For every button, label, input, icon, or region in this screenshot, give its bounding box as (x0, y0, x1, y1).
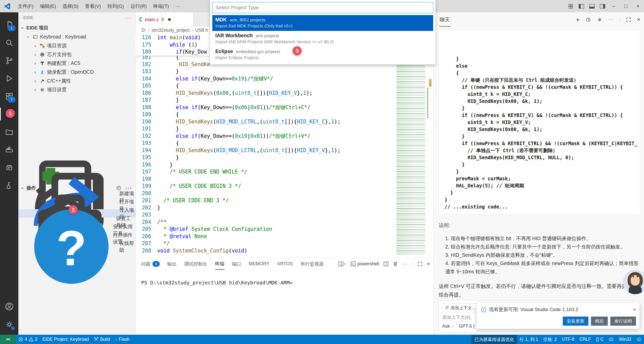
remote-indicator[interactable]: >< (0, 335, 16, 344)
activitybar-eide[interactable]: 1 (0, 105, 18, 123)
close-notification-icon[interactable]: × (633, 307, 636, 313)
tab-chat[interactable]: 聊天 (439, 13, 450, 27)
chat-history-icon[interactable] (586, 17, 591, 22)
minimap[interactable] (396, 34, 425, 255)
tab-memory[interactable]: MEMORY (249, 258, 270, 270)
section-eide-project[interactable]: › EIDE 项目 (18, 23, 136, 32)
tab-terminal[interactable]: 终端 (215, 258, 224, 270)
activitybar-run-debug[interactable] (0, 69, 18, 87)
toggle-sidebar-icon[interactable] (576, 0, 587, 12)
tab-debug-console[interactable]: 调试控制台 (184, 258, 208, 270)
install-update-button[interactable]: 安装更新 (563, 317, 588, 326)
maximize-button[interactable]: □ (620, 0, 632, 12)
close-panel-icon[interactable]: × (427, 261, 430, 267)
menu-item[interactable]: 查看(V) (82, 0, 104, 12)
activitybar-search[interactable] (0, 34, 18, 52)
screen-reader-status[interactable]: 已为屏幕阅读器优化 (471, 335, 517, 344)
tab-main-c[interactable]: C main.c 6 (136, 12, 193, 27)
tree-item-chip-support[interactable]: › 芯片支持包 (18, 50, 136, 59)
activitybar-explorer[interactable]: 1 (0, 16, 18, 34)
modified-dot-icon[interactable] (168, 18, 171, 21)
quickpick-item[interactable]: IAR Workbench arm projects Import IAR AR… (212, 31, 433, 47)
add-context-chip[interactable]: 添加上下文... (442, 303, 478, 312)
tab-ports[interactable]: 端口 (232, 258, 241, 270)
build-button[interactable]: Build (91, 335, 112, 344)
line-number: 187 (136, 97, 157, 104)
tree-item-cpp-properties[interactable]: › C/C++属性 (18, 76, 136, 85)
action-online-help[interactable]: ? 在线帮助 (18, 242, 136, 251)
chat-mode-select[interactable]: Ask (442, 324, 450, 329)
close-window-button[interactable]: × (632, 0, 644, 12)
open-chat-in-editor-icon[interactable] (626, 17, 631, 22)
chevron-down-icon[interactable]: › (343, 263, 348, 265)
activitybar-source-control[interactable] (0, 52, 18, 69)
menu-item[interactable]: ··· (172, 0, 183, 12)
eide-project-status[interactable]: EIDE Project: Keybroad (40, 335, 91, 344)
flash-button[interactable]: ↓ Flash (112, 335, 132, 344)
split-terminal-icon[interactable] (384, 262, 388, 266)
cursor-position-status[interactable]: 行 1, 列 1 (517, 335, 541, 344)
tree-item-build-config[interactable]: › 构建配置 : AC5 (18, 59, 136, 68)
code-line: 202} (136, 204, 396, 211)
tree-item-project-settings[interactable]: › 项目设置 (18, 85, 136, 94)
menu-item[interactable]: 编辑(E) (37, 0, 59, 12)
kill-terminal-trash-icon[interactable] (393, 262, 398, 266)
os-status[interactable]: Win32 (616, 335, 634, 344)
line-number: 208 (136, 247, 157, 254)
breadcrumb-segment[interactable]: USB h (195, 28, 208, 33)
sidebar-more-icon[interactable]: ··· (125, 15, 131, 21)
breadcrumb-segment[interactable]: stm32study_project (151, 28, 190, 33)
tree-item-project-resources[interactable]: › 项目资源 (18, 41, 136, 50)
panel-more-icon[interactable]: ··· (402, 261, 408, 267)
activitybar-embedded-tools[interactable] (0, 159, 18, 177)
menu-item[interactable]: 运行(R) (127, 0, 150, 12)
chat-input-placeholder[interactable]: 添加上下文(#)、 (442, 314, 475, 320)
close-chat-icon[interactable]: × (637, 16, 640, 23)
tab-problems[interactable]: 问题 6 (141, 258, 160, 270)
quickpick-item[interactable]: MDK arm, 8051 projects Import Keil MDK P… (212, 15, 433, 31)
tab-output[interactable]: 输出 (167, 258, 177, 270)
menu-item[interactable]: 文件(F) (15, 0, 37, 12)
chat-more-icon[interactable]: ··· (608, 17, 614, 22)
copilot-status[interactable] (606, 335, 616, 344)
tab-serial-monitor[interactable]: 串行监视器 (300, 258, 324, 270)
activitybar-containers[interactable] (0, 141, 18, 159)
terminal-prompt[interactable]: PS D:\stm32study_project\USB hid\Keybroa… (141, 280, 293, 286)
chat-code-block[interactable]: } else { // 单键（只在按下沿且未与 Ctrl 组成组合时发送） if… (439, 30, 640, 214)
annotation-badge-3: 3 (293, 46, 302, 55)
chat-settings-gear-icon[interactable] (597, 17, 602, 22)
tree-item-project-root[interactable]: › Keybroad : Keybroad (18, 32, 136, 41)
maximize-panel-icon[interactable] (418, 262, 422, 266)
chat-model-select[interactable]: GPT-5 ( (459, 324, 475, 329)
quickpick-input[interactable] (212, 2, 433, 13)
new-chat-icon[interactable]: + (576, 16, 580, 24)
language-status[interactable]: {}C (593, 335, 606, 344)
activitybar-folder[interactable] (0, 123, 18, 141)
editor-code[interactable]: 181 { 182 HID_SendKe 183 } 184 else if(K… (136, 54, 396, 254)
menu-item[interactable]: 选择(S) (59, 0, 82, 12)
quickpick-item[interactable]: Eclipse embedded gcc projects Import Ecl… (212, 47, 433, 63)
minimize-button[interactable]: – (608, 0, 620, 12)
terminal-instance-powershell[interactable]: powershell (351, 261, 379, 267)
breadcrumb-segment[interactable]: D: (142, 28, 146, 33)
layout-grid-icon[interactable] (566, 0, 576, 12)
menu-item[interactable]: 转到(G) (104, 0, 127, 12)
notifications-bell[interactable] (634, 335, 644, 344)
line-number: 206 (136, 233, 157, 240)
later-button[interactable]: 稍后 (591, 317, 608, 326)
eol-status[interactable]: CRLF (577, 335, 593, 344)
problems-status[interactable]: 4 2 (16, 335, 40, 344)
release-notes-button[interactable]: 发行说明 (610, 317, 636, 326)
menu-item[interactable]: 终端(T) (150, 0, 172, 12)
activitybar-settings-gear[interactable] (0, 315, 18, 333)
activitybar-test-jar[interactable] (0, 177, 18, 194)
tree-item-flash-config[interactable]: › 烧录配置 : OpenOCD (18, 68, 136, 76)
indentation-status[interactable]: 空格: 2 (541, 335, 559, 344)
activitybar-extensions[interactable]: 7 (0, 87, 18, 105)
new-terminal-button[interactable]: › (339, 261, 346, 267)
encoding-status[interactable]: UTF-8 (559, 335, 577, 344)
toggle-secondary-sidebar-icon[interactable] (597, 0, 608, 12)
tab-xrtos[interactable]: XRTOS (277, 258, 293, 270)
activitybar-account[interactable] (0, 297, 18, 315)
toggle-panel-icon[interactable] (587, 0, 597, 12)
